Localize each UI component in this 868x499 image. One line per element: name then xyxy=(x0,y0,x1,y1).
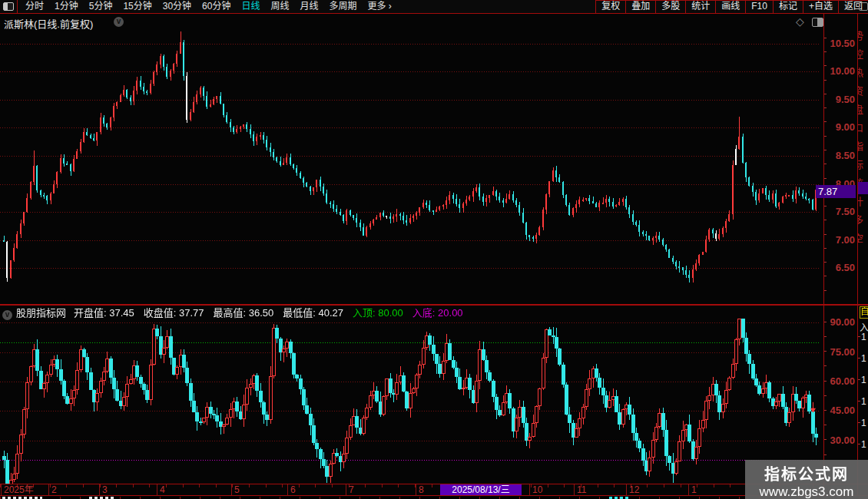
month-label: 12 xyxy=(629,484,639,495)
axis-tick xyxy=(824,395,827,396)
axis-tick xyxy=(824,439,827,440)
axis-tick xyxy=(824,38,827,38)
date-axis[interactable]: 2025年23456781011121 xyxy=(0,484,819,495)
price-axis-label: 6.50 xyxy=(825,262,855,274)
month-tick xyxy=(157,484,157,495)
period-menu-item[interactable]: 日线 xyxy=(236,0,265,13)
strip-tab-partial[interactable]: 自 xyxy=(860,306,868,319)
toolbar-menu-item[interactable]: +自选 xyxy=(803,1,838,13)
indicator-field: 最高值: 36.50 xyxy=(214,305,274,319)
period-menu-item[interactable]: 60分钟 xyxy=(197,0,236,13)
axis-tick xyxy=(824,276,827,276)
top-menu-bar: 分时1分钟5分钟15分钟30分钟60分钟日线周线月线多周期更多 › 复权叠加多股… xyxy=(0,0,868,14)
month-label: 3 xyxy=(102,484,108,495)
month-tick xyxy=(231,484,232,495)
month-tick xyxy=(287,484,288,495)
axis-divider xyxy=(823,14,824,496)
period-menu-item[interactable]: 分时 xyxy=(20,0,49,13)
period-menu-item[interactable]: 周线 xyxy=(265,0,294,13)
toolbar-menu-item[interactable]: 画线 xyxy=(715,1,745,13)
layout-icon-glyph xyxy=(3,2,14,11)
month-label: 1 xyxy=(691,484,697,495)
period-menu-item[interactable]: 更多 › xyxy=(363,0,397,13)
indicator-axis-label: 45.00 xyxy=(825,405,855,417)
last-price-badge: 7.87 xyxy=(816,185,856,198)
month-tick xyxy=(688,484,689,495)
axis-tick xyxy=(824,206,827,207)
period-menu-item[interactable]: 5分钟 xyxy=(84,0,118,13)
axis-tick xyxy=(824,410,827,411)
indicator-chevron-icon[interactable]: v xyxy=(2,310,12,320)
right-side-strip: 势控热资盘口指标统计多空 自 入 111111 xyxy=(858,0,868,499)
diamond-icon[interactable]: ◇ xyxy=(796,15,804,28)
chart-title-row: 派斯林(日线.前复权) v ◇ xyxy=(0,14,868,30)
axis-tick xyxy=(824,351,827,352)
watermark-title: 指标公式网 xyxy=(745,462,868,484)
strip-digit: 1 xyxy=(861,332,866,342)
price-axis-label: 8.50 xyxy=(825,150,855,162)
price-axis-label: 9.00 xyxy=(825,121,855,134)
main-candlestick-chart[interactable] xyxy=(0,31,819,304)
strip-vertical-tabs: 势控热资盘口指标统计多空 xyxy=(858,31,863,252)
month-label: 2025年 xyxy=(4,484,34,495)
strip-digit: 1 xyxy=(861,439,866,450)
price-axis-label: 7.50 xyxy=(825,206,855,218)
toolbar-menu: 复权叠加多股统计画线F10标记+自选返回 xyxy=(595,0,868,13)
strip-digit: 1 xyxy=(861,418,866,428)
strip-panel-icon[interactable] xyxy=(859,2,868,11)
strip-highlight xyxy=(858,182,868,194)
period-menu-item[interactable]: 1分钟 xyxy=(49,0,84,13)
indicator-axis-label: 90.00 xyxy=(825,316,855,329)
axis-tick xyxy=(824,121,827,122)
indicator-field: 最低值: 40.27 xyxy=(283,305,343,319)
axis-tick xyxy=(824,136,827,137)
indicator-axis-label: 60.00 xyxy=(825,375,855,388)
axis-tick xyxy=(824,365,827,366)
price-axis-label: 7.00 xyxy=(825,234,855,246)
layout-icon[interactable] xyxy=(0,0,18,13)
axis-tick xyxy=(824,80,827,81)
axis-tick xyxy=(824,425,827,425)
chevron-down-icon[interactable]: v xyxy=(114,17,124,27)
chart-title: 派斯林(日线.前复权) xyxy=(4,16,93,31)
period-menu-item[interactable]: 15分钟 xyxy=(118,0,157,13)
month-label: 5 xyxy=(234,484,240,495)
axis-tick xyxy=(824,454,827,455)
toolbar-menu-item[interactable]: 统计 xyxy=(685,1,715,13)
axis-tick xyxy=(824,234,827,235)
month-label: 4 xyxy=(160,484,165,495)
period-menu: 分时1分钟5分钟15分钟30分钟60分钟日线周线月线多周期更多 › xyxy=(20,0,397,13)
watermark-url: www.zbgs3.com xyxy=(745,484,868,499)
month-label: 10 xyxy=(532,484,542,495)
month-tick xyxy=(416,484,416,495)
axis-tick xyxy=(824,248,827,249)
axis-tick xyxy=(824,336,827,337)
panel-split-icon[interactable] xyxy=(812,18,823,27)
month-tick xyxy=(48,484,49,495)
toolbar-menu-item[interactable]: 叠加 xyxy=(625,1,655,13)
axis-tick xyxy=(824,94,827,94)
period-menu-item[interactable]: 月线 xyxy=(295,0,324,13)
axis-tick xyxy=(824,290,827,291)
axis-tick xyxy=(824,322,827,322)
strip-digit: 1 xyxy=(861,353,866,364)
axis-tick xyxy=(824,164,827,164)
toolbar-menu-item[interactable]: F10 xyxy=(745,1,773,13)
period-menu-item[interactable]: 30分钟 xyxy=(157,0,197,13)
toolbar-menu-item[interactable]: 多股 xyxy=(655,1,685,13)
indicator-chart[interactable] xyxy=(0,319,819,484)
indicator-axis-label: 30.00 xyxy=(825,435,855,447)
axis-tick xyxy=(824,150,827,150)
axis-tick xyxy=(824,262,827,263)
axis-tick xyxy=(824,107,827,108)
toolbar-menu-item[interactable]: 复权 xyxy=(595,1,625,13)
period-menu-item[interactable]: 多周期 xyxy=(324,0,363,13)
price-axis-label: 10.50 xyxy=(825,38,855,50)
strip-digit: 1 xyxy=(861,396,866,407)
toolbar-menu-item[interactable]: 标记 xyxy=(773,1,803,13)
indicator-header: v 股朋指标网 开盘值: 37.45收盘值: 37.77最高值: 36.50最低… xyxy=(0,306,814,318)
indicator-field: 收盘值: 37.77 xyxy=(144,305,204,319)
axis-tick xyxy=(824,51,827,52)
indicator-source: 股朋指标网 xyxy=(16,305,66,319)
app-window: 分时1分钟5分钟15分钟30分钟60分钟日线周线月线多周期更多 › 复权叠加多股… xyxy=(0,0,868,499)
